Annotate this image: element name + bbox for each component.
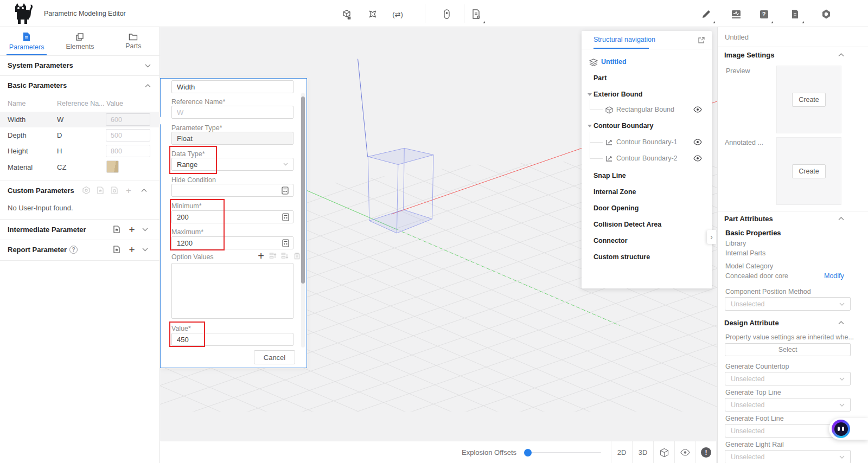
tree-node-rectangular-bound[interactable]: Rectangular Bound	[582, 102, 712, 118]
wireframe-box[interactable]	[368, 148, 433, 233]
table-row-depth[interactable]: Depth D	[0, 127, 160, 143]
component-position-select[interactable]: Unselected	[725, 297, 851, 311]
maximum-input[interactable]	[171, 236, 293, 249]
chevron-up-icon[interactable]	[838, 217, 844, 221]
import-template-icon[interactable]	[95, 185, 105, 195]
value-input[interactable]	[171, 333, 293, 346]
depth-value-input[interactable]	[106, 129, 150, 142]
edit-pencil-icon[interactable]	[699, 7, 713, 21]
monitor-activity-icon[interactable]	[729, 7, 743, 21]
select-button[interactable]: Select	[725, 343, 851, 356]
warning-info-button[interactable]: !	[695, 441, 716, 463]
generate-top-line-select[interactable]: Unselected	[725, 398, 851, 411]
internal-parts-item[interactable]: Internal Parts	[725, 249, 765, 257]
target-icon[interactable]	[81, 185, 91, 195]
tree-node-door-opening[interactable]: Door Opening	[582, 201, 712, 216]
model-view-button[interactable]	[653, 441, 674, 463]
visibility-eye-icon[interactable]	[693, 139, 702, 145]
formula-calculator-icon[interactable]	[282, 213, 289, 221]
add-custom-parameter-button[interactable]: +	[124, 185, 133, 195]
chevron-up-icon[interactable]	[141, 189, 147, 192]
table-row-width[interactable]: Width W	[0, 112, 160, 127]
move-option-up-icon[interactable]	[268, 251, 278, 261]
document-config-icon[interactable]	[469, 7, 483, 21]
import-template-icon[interactable]	[112, 245, 122, 254]
visibility-eye-icon[interactable]	[693, 155, 702, 162]
component-box-icon[interactable]	[340, 7, 354, 21]
dialog-scrollbar-thumb[interactable]	[301, 97, 305, 284]
swap-view-icon[interactable]: (⇄)	[391, 7, 405, 21]
generate-light-rail-select[interactable]: Unselected	[725, 450, 851, 463]
visibility-eye-icon[interactable]	[693, 106, 702, 113]
chevron-up-icon[interactable]	[838, 53, 844, 57]
tab-label: Elements	[66, 43, 94, 50]
tree-node-root[interactable]: Untitled	[582, 55, 712, 70]
formula-calculator-icon[interactable]	[282, 239, 289, 247]
create-annotated-button[interactable]: Create	[792, 164, 826, 178]
visibility-button[interactable]	[674, 441, 695, 463]
option-values-textarea[interactable]	[171, 263, 293, 319]
tree-node-contour-boundary-1[interactable]: Contour Boundary-1	[582, 135, 712, 150]
add-option-button[interactable]: +	[256, 251, 266, 261]
chevron-up-icon[interactable]	[145, 84, 151, 88]
option-values-label: Option Values	[171, 253, 214, 261]
tree-node-label: Internal Zone	[593, 188, 636, 196]
table-row-height[interactable]: Height H	[0, 143, 160, 159]
tab-elements[interactable]: Elements	[53, 27, 106, 55]
chevron-down-icon[interactable]	[145, 64, 151, 68]
report-parameter-help-icon[interactable]: ?	[69, 246, 78, 254]
slider-knob[interactable]	[524, 449, 532, 456]
export-template-icon[interactable]	[110, 185, 119, 195]
tree-node-internal-zone[interactable]: Internal Zone	[582, 185, 712, 200]
reference-name-input[interactable]	[171, 106, 293, 119]
minimum-input[interactable]	[171, 210, 293, 223]
width-value-input[interactable]	[106, 113, 150, 126]
tree-node-part[interactable]: Part	[582, 71, 712, 86]
app-logo-cat-icon[interactable]	[12, 2, 35, 26]
generate-countertop-select[interactable]: Unselected	[725, 372, 851, 385]
hide-condition-input[interactable]	[171, 184, 293, 197]
explosion-offsets-slider[interactable]	[524, 452, 601, 453]
formula-calculator-icon[interactable]	[282, 187, 289, 195]
table-row-material[interactable]: Material CZ	[0, 159, 160, 176]
height-value-input[interactable]	[106, 145, 150, 157]
help-icon[interactable]: ?	[757, 7, 771, 21]
chevron-down-icon[interactable]	[142, 248, 148, 252]
add-report-parameter-button[interactable]: +	[127, 245, 137, 254]
tree-node-snap-line[interactable]: Snap Line	[582, 169, 712, 184]
right-panel-collapse-handle[interactable]: ›	[707, 230, 716, 244]
caret-down-icon[interactable]	[588, 93, 592, 96]
tab-parts[interactable]: Parts	[107, 27, 160, 55]
delete-option-icon[interactable]	[292, 251, 302, 261]
parameter-name-input[interactable]	[171, 80, 293, 93]
library-item[interactable]: Library	[725, 240, 746, 247]
tab-parameters[interactable]: Parameters	[0, 27, 53, 55]
create-preview-button[interactable]: Create	[792, 93, 826, 107]
chevron-up-icon[interactable]	[838, 321, 844, 325]
tree-node-contour-boundary-2[interactable]: Contour Boundary-2	[582, 151, 712, 166]
cancel-button[interactable]: Cancel	[254, 350, 295, 364]
view-3d-button[interactable]: 3D	[632, 441, 653, 463]
modify-link[interactable]: Modify	[824, 272, 844, 280]
move-option-down-icon[interactable]	[280, 251, 290, 261]
material-swatch[interactable]	[106, 160, 119, 173]
caret-down-icon[interactable]	[588, 125, 592, 127]
binding-icon[interactable]	[439, 7, 454, 21]
texture-pattern-icon[interactable]	[366, 7, 380, 21]
assistant-floating-button[interactable]	[829, 418, 868, 440]
document-icon[interactable]	[788, 7, 802, 21]
add-intermediate-parameter-button[interactable]: +	[127, 224, 137, 234]
basic-properties-item[interactable]: Basic Properties	[725, 229, 781, 237]
view-2d-button[interactable]: 2D	[611, 441, 632, 463]
tree-node-custom-structure[interactable]: Custom structure	[582, 250, 712, 265]
tree-node-collision-detect-area[interactable]: Collision Detect Area	[582, 217, 712, 233]
structural-navigation-tab[interactable]: Structural navigation	[593, 36, 655, 43]
settings-gear-icon[interactable]	[819, 7, 833, 21]
dialog-scrollbar[interactable]	[301, 93, 305, 348]
tree-node-connector[interactable]: Connector	[582, 234, 712, 249]
import-template-icon[interactable]	[112, 224, 122, 234]
expand-panel-icon[interactable]	[698, 36, 705, 44]
data-type-select[interactable]: Range	[171, 158, 293, 171]
generate-top-line-label: Generate Top Line	[725, 389, 781, 396]
chevron-down-icon[interactable]	[142, 228, 148, 232]
